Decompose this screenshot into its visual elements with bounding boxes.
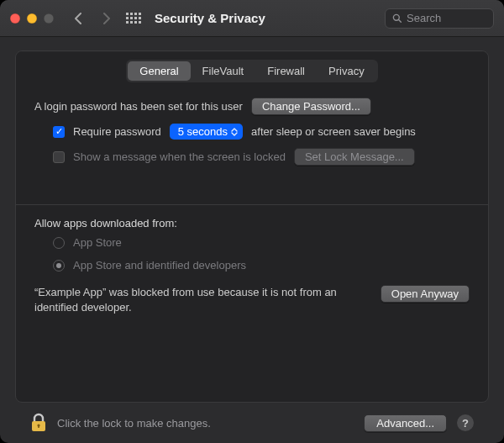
- content-area: General FileVault Firewall Privacy A log…: [0, 37, 504, 443]
- blocked-app-row: “Example App” was blocked from use becau…: [34, 285, 470, 314]
- search-field[interactable]: [385, 8, 494, 29]
- search-icon: [392, 13, 402, 24]
- radio-row-app-store: App Store: [34, 236, 470, 249]
- require-password-checkbox[interactable]: [53, 126, 65, 138]
- tab-privacy[interactable]: Privacy: [317, 61, 376, 81]
- chevron-left-icon: [75, 13, 83, 24]
- show-message-checkbox: [53, 151, 65, 163]
- password-set-text: A login password has been set for this u…: [34, 100, 243, 113]
- tabbar: General FileVault Firewall Privacy: [126, 60, 377, 82]
- tab-general[interactable]: General: [128, 61, 190, 81]
- radio-identified-developers: [53, 260, 65, 272]
- tabs: General FileVault Firewall Privacy: [16, 60, 488, 82]
- zoom-window-button: [44, 13, 54, 24]
- require-password-label: Require password: [73, 125, 161, 138]
- delay-selected-value: 5 seconds: [178, 125, 228, 138]
- footer: Click the lock to make changes. Advanced…: [15, 403, 489, 443]
- minimize-window-button[interactable]: [27, 13, 37, 24]
- set-lock-message-button: Set Lock Message...: [294, 148, 415, 166]
- updown-caret-icon: [231, 128, 238, 136]
- after-sleep-text: after sleep or screen saver begins: [251, 125, 416, 138]
- preferences-window: Security & Privacy General FileVault Fir…: [0, 0, 504, 443]
- help-button[interactable]: ?: [457, 414, 474, 431]
- password-set-row: A login password has been set for this u…: [34, 98, 470, 115]
- advanced-button[interactable]: Advanced...: [364, 414, 447, 432]
- require-password-row: Require password 5 seconds after sleep o…: [34, 124, 470, 140]
- tab-firewall[interactable]: Firewall: [255, 61, 317, 81]
- close-window-button[interactable]: [10, 13, 20, 24]
- blocked-app-message: “Example App” was blocked from use becau…: [34, 285, 369, 314]
- apps-grid-icon: [126, 13, 141, 24]
- titlebar: Security & Privacy: [0, 0, 504, 37]
- panel: General FileVault Firewall Privacy A log…: [15, 50, 489, 403]
- require-password-delay-select[interactable]: 5 seconds: [170, 124, 243, 140]
- lock-button[interactable]: [30, 413, 47, 433]
- window-controls: [10, 13, 54, 24]
- radio-app-store-label: App Store: [73, 236, 122, 249]
- open-anyway-button[interactable]: Open Anyway: [381, 285, 470, 303]
- change-password-button[interactable]: Change Password...: [251, 98, 371, 115]
- radio-row-identified: App Store and identified developers: [34, 259, 470, 272]
- tab-filevault[interactable]: FileVault: [191, 61, 256, 81]
- show-message-row: Show a message when the screen is locked…: [34, 148, 470, 166]
- page-title: Security & Privacy: [155, 11, 265, 25]
- login-password-section: A login password has been set for this u…: [16, 82, 488, 181]
- downloads-heading: Allow apps downloaded from:: [34, 217, 470, 229]
- back-button[interactable]: [69, 9, 89, 28]
- lock-icon: [30, 413, 47, 433]
- svg-line-1: [399, 20, 402, 23]
- radio-app-store: [53, 237, 65, 249]
- lock-hint-text: Click the lock to make changes.: [57, 417, 211, 430]
- svg-rect-4: [38, 425, 39, 428]
- search-input[interactable]: [407, 12, 486, 24]
- downloads-section: Allow apps downloaded from: App Store Ap…: [16, 205, 488, 323]
- show-all-button[interactable]: [123, 9, 144, 28]
- show-message-label: Show a message when the screen is locked: [73, 150, 286, 163]
- chevron-right-icon: [102, 13, 110, 24]
- radio-identified-label: App Store and identified developers: [73, 259, 246, 272]
- forward-button: [96, 9, 116, 28]
